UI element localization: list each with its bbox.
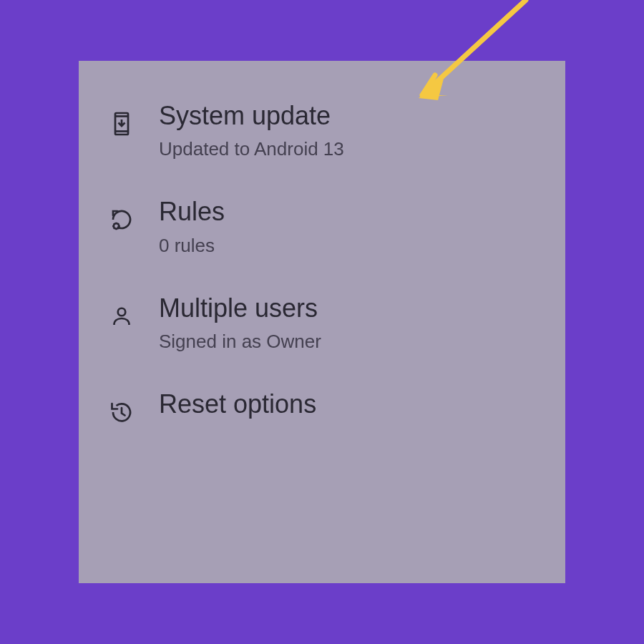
- item-subtitle: Updated to Android 13: [159, 138, 344, 160]
- item-title: System update: [159, 100, 344, 131]
- settings-item-multiple-users[interactable]: Multiple users Signed in as Owner: [93, 275, 551, 371]
- item-subtitle: Signed in as Owner: [159, 331, 321, 353]
- item-text-wrapper: Rules 0 rules: [159, 196, 225, 256]
- item-text-wrapper: System update Updated to Android 13: [159, 100, 344, 160]
- rules-icon: [107, 202, 136, 238]
- item-subtitle: 0 rules: [159, 235, 225, 257]
- settings-item-reset-options[interactable]: Reset options: [93, 371, 551, 448]
- item-text-wrapper: Multiple users Signed in as Owner: [159, 293, 321, 353]
- settings-item-rules[interactable]: Rules 0 rules: [93, 178, 551, 274]
- svg-point-7: [118, 308, 126, 316]
- item-text-wrapper: Reset options: [159, 389, 316, 419]
- item-title: Multiple users: [159, 293, 321, 323]
- settings-panel: System update Updated to Android 13 Rule…: [79, 61, 565, 583]
- svg-point-6: [114, 224, 119, 230]
- person-icon: [107, 298, 136, 334]
- system-update-icon: [107, 106, 136, 142]
- settings-item-system-update[interactable]: System update Updated to Android 13: [93, 82, 551, 178]
- reset-icon: [107, 394, 136, 430]
- item-title: Rules: [159, 196, 225, 227]
- item-title: Reset options: [159, 389, 316, 419]
